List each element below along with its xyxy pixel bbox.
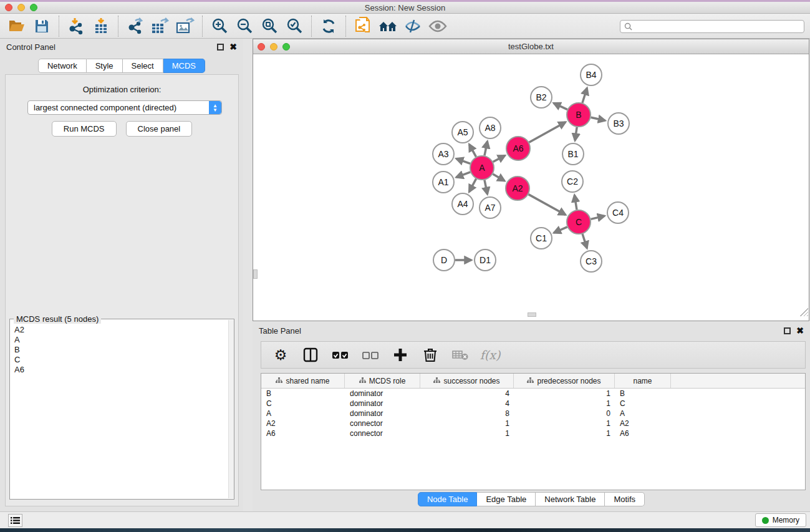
table-row[interactable]: Bdominator41B — [261, 389, 805, 399]
column-header-MCDS-role[interactable]: MCDS role — [345, 374, 420, 388]
export-table-icon[interactable] — [150, 16, 171, 36]
cell-successor-nodes[interactable]: 1 — [420, 418, 514, 428]
graph-edge-A-A1[interactable] — [456, 172, 471, 177]
memory-button[interactable]: Memory — [755, 513, 806, 527]
first-neighbors-icon[interactable] — [377, 16, 398, 36]
cell-predecessor-nodes[interactable]: 1 — [514, 399, 615, 409]
tab-edge-table[interactable]: Edge Table — [477, 492, 536, 506]
graph-edge-A-A5[interactable] — [470, 144, 476, 157]
search-input[interactable] — [635, 22, 800, 31]
import-table-icon[interactable] — [90, 16, 112, 36]
cell-MCDS-role[interactable]: dominator — [345, 389, 420, 399]
cell-predecessor-nodes[interactable]: 1 — [514, 418, 615, 428]
float-table-panel-icon[interactable] — [784, 327, 791, 334]
tab-node-table[interactable]: Node Table — [418, 492, 478, 506]
search-field[interactable] — [620, 20, 804, 33]
table-row[interactable]: A2connector11A2 — [261, 418, 805, 428]
show-all-icon[interactable] — [427, 16, 448, 36]
cell-MCDS-role[interactable]: connector — [345, 418, 420, 428]
cell-shared-name[interactable]: A6 — [261, 428, 345, 438]
unselect-all-columns-icon[interactable] — [362, 347, 378, 363]
column-header-predecessor-nodes[interactable]: predecessor nodes — [514, 374, 615, 388]
table-row[interactable]: Cdominator41C — [261, 399, 805, 409]
close-panel-icon[interactable]: ✖ — [229, 44, 237, 51]
cell-shared-name[interactable]: B — [261, 389, 345, 399]
graph-edge-A6-B[interactable] — [529, 122, 566, 143]
cell-successor-nodes[interactable]: 4 — [420, 399, 514, 409]
result-scrollbar[interactable] — [228, 320, 234, 498]
graph-edge-B-B3[interactable] — [591, 117, 605, 120]
resize-grip[interactable] — [800, 308, 808, 316]
graph-edge-A2-C[interactable] — [529, 195, 566, 215]
cell-predecessor-nodes[interactable]: 0 — [514, 409, 615, 418]
cell-name[interactable]: A6 — [615, 428, 671, 438]
cell-predecessor-nodes[interactable]: 1 — [514, 428, 615, 438]
cell-shared-name[interactable]: C — [261, 399, 345, 409]
cell-successor-nodes[interactable]: 8 — [420, 409, 514, 418]
zoom-selected-icon[interactable] — [284, 16, 305, 36]
graph-edge-A-A8[interactable] — [485, 142, 488, 156]
graph-edge-A-A4[interactable] — [469, 179, 476, 192]
delete-columns-icon[interactable] — [422, 347, 438, 363]
close-table-panel-icon[interactable]: ✖ — [796, 327, 804, 334]
column-header-shared-name[interactable]: shared name — [261, 374, 345, 388]
graph-edge-B-B1[interactable] — [575, 127, 577, 140]
mcds-result-item[interactable]: C — [14, 355, 228, 365]
close-panel-button[interactable]: Close panel — [126, 121, 193, 137]
network-canvas[interactable]: AA1A3A5A8A6A2A4A7BB2B4B3B1CC2C4C1C3DD1 — [253, 54, 809, 317]
save-session-icon[interactable] — [31, 16, 52, 36]
graph-edge-A-A7[interactable] — [485, 180, 488, 195]
network-window-titlebar[interactable]: testGlobe.txt — [253, 39, 809, 54]
tab-network-table[interactable]: Network Table — [536, 492, 605, 506]
horizontal-scroll-thumb[interactable] — [528, 312, 536, 317]
mcds-result-item[interactable]: B — [14, 345, 228, 355]
zoom-fit-icon[interactable] — [259, 16, 280, 36]
graph-edge-C-C2[interactable] — [574, 195, 577, 210]
zoom-out-icon[interactable] — [234, 16, 255, 36]
table-row[interactable]: Adominator80A — [261, 409, 805, 418]
column-header-successor-nodes[interactable]: successor nodes — [420, 374, 514, 388]
column-header-name[interactable]: name — [615, 374, 671, 388]
cell-name[interactable]: C — [615, 399, 671, 409]
mcds-result-item[interactable]: A — [14, 335, 228, 345]
tab-motifs[interactable]: Motifs — [605, 492, 645, 506]
cell-name[interactable]: A — [615, 409, 671, 418]
cell-MCDS-role[interactable]: dominator — [345, 399, 420, 409]
hide-selected-icon[interactable] — [402, 16, 423, 36]
graph-edge-A-A6[interactable] — [493, 155, 505, 162]
graph-edge-B-B4[interactable] — [582, 88, 587, 103]
graph-edge-C-C4[interactable] — [591, 216, 604, 219]
add-column-icon[interactable] — [392, 347, 408, 363]
mcds-result-list[interactable]: A2ABCA6 — [10, 321, 228, 498]
cell-successor-nodes[interactable]: 4 — [420, 389, 514, 399]
graph-edge-B-B2[interactable] — [554, 103, 567, 109]
tab-mcds[interactable]: MCDS — [163, 59, 205, 73]
graph-edge-A-A2[interactable] — [493, 174, 504, 181]
tab-network[interactable]: Network — [38, 59, 87, 73]
task-history-button[interactable] — [8, 514, 22, 527]
zoom-in-icon[interactable] — [209, 16, 230, 36]
run-mcds-button[interactable]: Run MCDS — [52, 121, 117, 137]
export-image-icon[interactable] — [175, 16, 196, 36]
delete-table-icon[interactable] — [452, 347, 468, 363]
gear-icon[interactable]: ⚙ — [272, 347, 289, 363]
cell-successor-nodes[interactable]: 1 — [420, 428, 514, 438]
graph-edge-C-C3[interactable] — [582, 234, 587, 248]
table-row[interactable]: A6connector11A6 — [261, 428, 805, 438]
cell-MCDS-role[interactable]: connector — [345, 428, 420, 438]
export-network-icon[interactable] — [125, 16, 146, 36]
import-network-icon[interactable] — [65, 16, 87, 36]
cell-MCDS-role[interactable]: dominator — [345, 409, 420, 418]
select-all-columns-icon[interactable] — [332, 347, 349, 363]
tab-select[interactable]: Select — [123, 59, 163, 73]
cell-shared-name[interactable]: A2 — [261, 418, 345, 428]
cell-predecessor-nodes[interactable]: 1 — [514, 389, 615, 399]
cell-shared-name[interactable]: A — [261, 409, 345, 418]
mcds-result-item[interactable]: A6 — [14, 365, 228, 375]
graph-edge-A-A3[interactable] — [456, 158, 470, 163]
split-columns-icon[interactable] — [302, 347, 319, 363]
cell-name[interactable]: B — [615, 389, 671, 399]
cell-name[interactable]: A2 — [615, 418, 671, 428]
tab-style[interactable]: Style — [87, 59, 123, 73]
float-panel-icon[interactable] — [217, 44, 224, 51]
